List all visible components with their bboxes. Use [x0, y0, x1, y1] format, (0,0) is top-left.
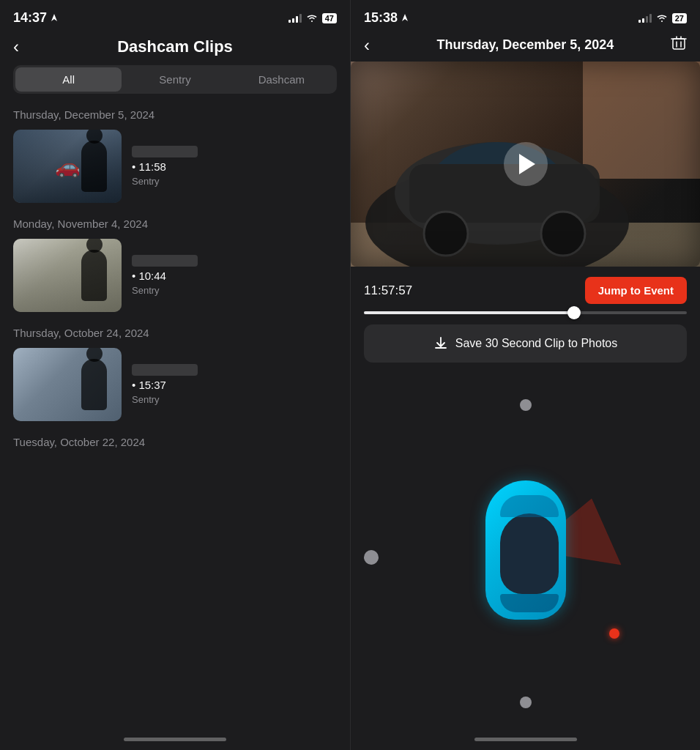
- person-shape: [81, 250, 107, 301]
- car-windshield-front: [500, 495, 559, 517]
- person-overlay: [13, 130, 122, 203]
- right-nav-bar: ‹ Thursday, December 5, 2024: [351, 31, 700, 62]
- scrubber-thumb[interactable]: [567, 306, 581, 319]
- left-page-title: Dashcam Clips: [117, 37, 233, 56]
- person-shape: [81, 359, 107, 410]
- clip-name-redacted: [132, 255, 198, 267]
- jump-to-event-button[interactable]: Jump to Event: [585, 277, 687, 304]
- save-clip-label: Save 30 Second Clip to Photos: [455, 337, 617, 350]
- wifi-icon-right: [656, 14, 668, 23]
- home-indicator: [124, 738, 226, 741]
- svg-marker-0: [51, 14, 57, 21]
- clip-thumbnail: [13, 239, 122, 312]
- list-item[interactable]: • 10:44 Sentry: [13, 239, 337, 312]
- clip-time: • 15:37: [132, 379, 337, 391]
- right-page-title: Thursday, December 5, 2024: [437, 37, 614, 53]
- trash-icon: [671, 35, 687, 51]
- play-icon: [519, 154, 535, 174]
- right-status-bar: 15:38 27: [351, 0, 700, 31]
- delete-button[interactable]: [671, 35, 687, 55]
- clip-time: • 11:58: [132, 160, 337, 173]
- segment-all[interactable]: All: [15, 67, 122, 92]
- home-indicator-right: [474, 738, 577, 741]
- clip-thumbnail: [13, 348, 122, 421]
- clip-info: • 11:58 Sentry: [132, 146, 337, 187]
- video-controls: 11:57:57 Jump to Event Save 30 Second Cl…: [351, 267, 700, 377]
- right-back-button[interactable]: ‹: [364, 35, 370, 56]
- svg-rect-2: [673, 39, 685, 49]
- sensor-dot-top: [520, 399, 532, 411]
- car-roof: [500, 513, 559, 594]
- play-button[interactable]: [504, 142, 548, 186]
- date-label-oct24: Thursday, October 24, 2024: [13, 327, 337, 339]
- left-battery: 47: [322, 13, 337, 23]
- alert-dot: [609, 628, 619, 639]
- list-item[interactable]: • 15:37 Sentry: [13, 348, 337, 421]
- left-nav-bar: ‹ Dashcam Clips: [0, 31, 350, 65]
- date-label-dec5: Thursday, December 5, 2024: [13, 108, 337, 121]
- car-windshield-rear: [500, 594, 559, 612]
- location-icon: [50, 14, 59, 23]
- time-jump-row: 11:57:57 Jump to Event: [364, 277, 687, 304]
- list-item[interactable]: • 11:58 Sentry: [13, 130, 337, 203]
- filter-segment-control: All Sentry Dashcam: [13, 65, 337, 94]
- clips-list: Thursday, December 5, 2024 • 11:58 Sentr…: [0, 108, 350, 730]
- segment-sentry[interactable]: Sentry: [122, 67, 228, 92]
- save-clip-button[interactable]: Save 30 Second Clip to Photos: [364, 324, 687, 363]
- clip-info: • 15:37 Sentry: [132, 364, 337, 405]
- svg-marker-1: [402, 14, 408, 21]
- wifi-icon: [306, 14, 318, 23]
- video-player[interactable]: [351, 62, 700, 267]
- car-top-view: [482, 477, 570, 623]
- clip-type: Sentry: [132, 285, 337, 296]
- scrubber-fill: [364, 311, 574, 314]
- left-back-button[interactable]: ‹: [13, 37, 19, 57]
- clip-info: • 10:44 Sentry: [132, 255, 337, 296]
- date-section-nov4: Monday, November 4, 2024 • 10:44 Sentry: [13, 218, 337, 312]
- car-body: [485, 480, 566, 620]
- right-status-icons: 27: [638, 13, 687, 23]
- left-panel: 14:37 47 ‹ Dashcam Clips All: [0, 0, 350, 750]
- right-time: 15:38: [364, 10, 409, 26]
- person-shape: [81, 141, 107, 192]
- signal-icon: [288, 14, 302, 23]
- scrubber-track[interactable]: [364, 311, 687, 314]
- person-overlay: [13, 239, 122, 312]
- sensor-dot-left: [364, 550, 379, 565]
- clip-time: • 10:44: [132, 270, 337, 282]
- left-time-text: 14:37: [13, 10, 47, 26]
- clip-thumbnail: [13, 130, 122, 203]
- clip-name-redacted: [132, 364, 198, 376]
- left-time: 14:37: [13, 10, 59, 26]
- left-status-icons: 47: [288, 13, 337, 23]
- date-label-nov4: Monday, November 4, 2024: [13, 218, 337, 230]
- clip-type: Sentry: [132, 176, 337, 187]
- clip-name-redacted: [132, 146, 198, 157]
- sensor-dot-bottom: [520, 697, 532, 708]
- date-section-dec5: Thursday, December 5, 2024 • 11:58 Sentr…: [13, 108, 337, 203]
- person-overlay: [13, 348, 122, 421]
- sentry-overhead-view: [351, 377, 700, 738]
- date-section-oct22: Tuesday, October 22, 2024: [13, 436, 337, 448]
- right-panel: 15:38 27 ‹ Thursday, December 5, 2024: [350, 0, 700, 750]
- video-timestamp: 11:57:57: [364, 283, 412, 298]
- download-icon: [433, 336, 448, 351]
- location-icon-right: [401, 14, 409, 23]
- signal-icon-right: [638, 14, 652, 23]
- right-battery: 27: [672, 13, 687, 23]
- right-time-text: 15:38: [364, 10, 398, 26]
- date-section-oct24: Thursday, October 24, 2024 • 15:37 Sentr…: [13, 327, 337, 421]
- date-label-oct22: Tuesday, October 22, 2024: [13, 436, 337, 448]
- segment-dashcam[interactable]: Dashcam: [228, 67, 335, 92]
- left-status-bar: 14:37 47: [0, 0, 350, 31]
- clip-type: Sentry: [132, 394, 337, 405]
